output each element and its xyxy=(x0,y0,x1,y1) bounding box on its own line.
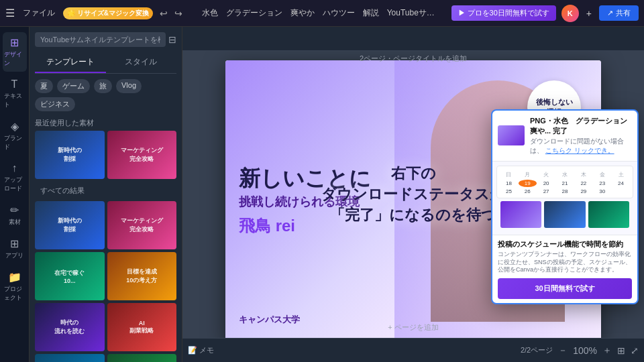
zoom-level[interactable]: 100% xyxy=(573,345,597,356)
cal-day-sa: 土 xyxy=(612,170,630,179)
template-thumb-3[interactable]: 新時代の割採 xyxy=(35,201,105,249)
cal-26: 26 xyxy=(519,188,537,195)
note-button[interactable]: 📝 メモ xyxy=(188,345,214,355)
grid-btn[interactable]: ⊞ xyxy=(617,345,625,356)
top-bar: ☰ ファイル 🌟 リサイズ&マジック変換 ↩ ↪ 水色 グラデーション 爽やか … xyxy=(0,0,644,27)
popup-promo-desc: コンテンツプランナーは、ワークフローの効率化に役立たせ、SNSの投稿の予定、スケ… xyxy=(498,251,632,274)
bottom-icons: － 100% ＋ ⊞ ⤢ xyxy=(558,345,639,357)
expand-btn[interactable]: ⤢ xyxy=(631,345,639,356)
sidebar-item-project[interactable]: 📁 プロジェクト xyxy=(3,267,27,306)
template-thumb-5[interactable]: 在宅で稼ぐ10... xyxy=(35,252,105,300)
canvas-bottom: 📝 メモ 2/2ページ － 100% ＋ ⊞ ⤢ xyxy=(182,338,644,362)
cal-day-w: 水 xyxy=(556,170,574,179)
avatar[interactable]: K xyxy=(561,5,579,22)
top-menu-items: 水色 グラデーション 爽やか ハウツー 解説 YouTubeサ… xyxy=(202,7,435,19)
add-page-button[interactable]: + ページを追加 xyxy=(388,322,438,333)
cat-biz[interactable]: ビジネス xyxy=(35,97,75,111)
popup-preview: 日 月 火 水 木 金 土 18 19 20 21 22 23 xyxy=(492,162,637,235)
menu-youtube[interactable]: YouTubeサ… xyxy=(387,7,435,19)
trial-button[interactable]: ▶ プロを30日間無料で試す xyxy=(451,5,556,21)
note-label: メモ xyxy=(199,345,214,355)
popup-cta-button[interactable]: 30日間無料で試す xyxy=(498,278,632,299)
cal-24: 24 xyxy=(612,180,630,187)
zoom-in-btn[interactable]: ＋ xyxy=(602,345,612,357)
cal-20: 20 xyxy=(537,180,555,187)
cal-23: 23 xyxy=(593,180,611,187)
slide-accent: 飛鳥 rei xyxy=(239,215,371,237)
resize-magic-badge[interactable]: 🌟 リサイズ&マジック変換 xyxy=(63,7,153,19)
sidebar-item-draw[interactable]: ✏ 素材 xyxy=(3,200,27,231)
sidebar-item-upload[interactable]: ↑ アップロード xyxy=(3,158,27,197)
cat-game[interactable]: ゲーム xyxy=(57,79,90,93)
popup-link[interactable]: こちらク リックでき。 xyxy=(545,147,614,154)
template-thumb-9[interactable]: 販売戦略マーケティング xyxy=(35,354,105,362)
popup-title: PNG・水色 グラデーション 爽や... 完了 xyxy=(530,116,632,136)
template-grid: 新時代の割採 マーケティング完全攻略 すべての結果 新時代の割採 マーケティング… xyxy=(30,131,182,362)
canvas-content[interactable]: 2ページ・ページタイトルを追加 新しいことに 挑戦し続けられる環境 飛鳥 rei… xyxy=(182,51,644,338)
popup-desc: ダウンロードに問題がない場合は、 こちらク リックでき。 xyxy=(530,137,632,156)
download-popup: PNG・水色 グラデーション 爽や... 完了 ダウンロードに問題がない場合は、… xyxy=(491,109,639,304)
menu-mizu[interactable]: 水色 xyxy=(202,7,218,19)
share-button[interactable]: ↗ 共有 xyxy=(599,5,639,21)
plus-button[interactable]: + xyxy=(584,6,594,21)
apps-icon: ⊞ xyxy=(10,237,19,250)
draw-label: 素材 xyxy=(9,218,21,227)
sidebar-item-apps[interactable]: ⊞ アプリ xyxy=(3,233,27,264)
popup-calendar: 日 月 火 水 木 金 土 18 19 20 21 22 23 xyxy=(496,166,633,198)
main-layout: ⊞ デザイン T テキスト ◈ ブランド ↑ アップロード ✏ 素材 ⊞ アプリ… xyxy=(0,27,644,362)
cal-22: 22 xyxy=(574,180,592,187)
template-thumb-2[interactable]: マーケティング完全攻略 xyxy=(107,131,177,179)
file-menu[interactable]: ファイル xyxy=(19,6,59,20)
share-icon: ↗ xyxy=(607,9,613,17)
cat-tabi[interactable]: 旅 xyxy=(94,79,112,93)
template-thumb-7[interactable]: 時代の流れを読む xyxy=(35,303,105,351)
menu-icon[interactable]: ☰ xyxy=(5,7,15,19)
cal-30: 30 xyxy=(593,188,611,195)
cal-day-s: 日 xyxy=(500,170,518,179)
zoom-out-btn[interactable]: － xyxy=(558,345,568,357)
redo-btn[interactable]: ↪ xyxy=(172,7,185,20)
topbar-right: ▶ プロを30日間無料で試す K + ↗ 共有 xyxy=(451,5,639,22)
draw-icon: ✏ xyxy=(10,204,19,217)
menu-kaisetsu[interactable]: 解説 xyxy=(363,7,379,19)
template-thumb-10[interactable]: AI活用術完全攻略 xyxy=(107,354,177,362)
slide-subtitle: 挑戦し続けられる環境 xyxy=(239,194,371,210)
menu-sawa[interactable]: 爽やか xyxy=(290,7,315,19)
canvas-toolbar xyxy=(182,27,644,51)
tab-template[interactable]: テンプレート xyxy=(35,52,106,73)
undo-redo-group: ↩ ↪ xyxy=(157,7,185,20)
tab-style[interactable]: スタイル xyxy=(106,52,177,73)
search-input[interactable] xyxy=(35,32,166,47)
menu-howto[interactable]: ハウツー xyxy=(323,7,355,19)
cat-natsu[interactable]: 夏 xyxy=(35,79,53,93)
popup-image-row xyxy=(496,198,633,231)
template-thumb-6[interactable]: 目標を達成10の考え方 xyxy=(107,252,177,300)
template-thumb-1[interactable]: 新時代の割採 xyxy=(35,131,105,179)
popup-promo: 投稿のスケジュール機能で時間を節約 コンテンツプランナーは、ワークフローの効率化… xyxy=(492,235,637,303)
sidebar-item-brand[interactable]: ◈ ブランド xyxy=(3,116,27,156)
text-label: テキスト xyxy=(4,92,25,109)
filter-icon[interactable]: ⊟ xyxy=(168,34,176,45)
undo-btn[interactable]: ↩ xyxy=(157,7,170,20)
slide-title: 新しいことに xyxy=(239,166,371,191)
cat-vlog[interactable]: Vlog xyxy=(116,79,142,93)
menu-grad[interactable]: グラデーション xyxy=(226,7,282,19)
sidebar-panel: ⊟ テンプレート スタイル 夏 ゲーム 旅 Vlog ビジネス 最近使用した素材… xyxy=(30,27,182,362)
cal-25: 25 xyxy=(500,188,518,195)
cal-day-th: 木 xyxy=(574,170,592,179)
popup-promo-title: 投稿のスケジュール機能で時間を節約 xyxy=(498,239,632,249)
cal-28: 28 xyxy=(556,188,574,195)
upload-icon: ↑ xyxy=(12,162,17,174)
design-icon: ⊞ xyxy=(10,36,19,49)
cal-day-m: 月 xyxy=(519,170,537,179)
template-thumb-8[interactable]: AI副業戦略 xyxy=(107,303,177,351)
sidebar-item-design[interactable]: ⊞ デザイン xyxy=(3,32,27,72)
project-icon: 📁 xyxy=(8,271,21,284)
section-recent-label: 最近使用した素材 xyxy=(30,114,182,131)
project-label: プロジェクト xyxy=(4,285,25,302)
text-icon: T xyxy=(11,78,18,90)
page-label: 2ページ・ページタイトルを追加 xyxy=(360,54,467,64)
sidebar-item-text[interactable]: T テキスト xyxy=(3,74,27,113)
popup-thumbnail xyxy=(498,125,525,145)
template-thumb-4[interactable]: マーケティング完全攻略 xyxy=(107,201,177,249)
